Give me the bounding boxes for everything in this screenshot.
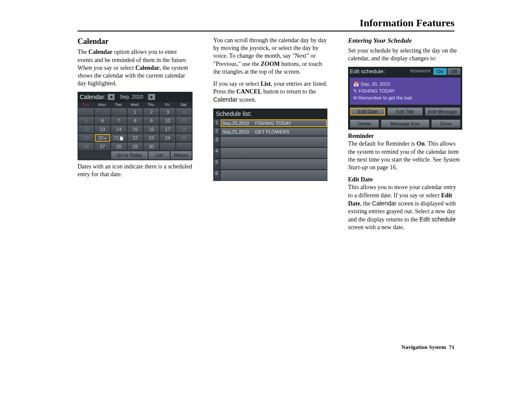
edit-body: 📅 Sep, 20, 2010 ✎ FISHING TODAY ✉ Rememb…	[350, 78, 460, 105]
schedule-list-item	[220, 159, 327, 170]
calendar-day[interactable]: 18	[176, 125, 192, 134]
col3-para1: Set your schedule by selecting the day o…	[348, 47, 462, 62]
reminder-label: REMINDER	[410, 69, 431, 74]
page-title: Information Features	[78, 17, 454, 31]
heading-reminder: Reminder	[348, 132, 462, 140]
calendar-day[interactable]: 22	[127, 134, 143, 142]
calendar-day[interactable]: 17	[159, 125, 176, 134]
list-row-number: 5	[213, 159, 220, 170]
calendar-day[interactable]: 24	[159, 134, 176, 142]
page-footer: Navigation System 71	[401, 344, 454, 351]
schedule-list-item	[220, 170, 327, 181]
next-month-button[interactable]: ►	[148, 94, 155, 100]
calendar-day[interactable]: 27	[94, 142, 111, 151]
calendar-day[interactable]: 11	[176, 116, 192, 125]
list-row-number: 4	[213, 147, 220, 159]
calendar-day[interactable]: 5	[78, 116, 94, 125]
edit-schedule-screenshot: Edit schedule: REMINDER On Off 📅 Sep, 20…	[348, 67, 462, 130]
col1-para2: Dates with an icon indicate there is a s…	[78, 163, 193, 178]
calendar-day[interactable]: 30	[143, 142, 159, 151]
list-row-number: 2	[213, 128, 220, 136]
schedule-icon: 📄	[119, 137, 124, 140]
calendar-day[interactable]: 9	[143, 116, 159, 125]
col1-para1: The Calendar option allows you to enter …	[78, 48, 193, 87]
edit-title-value: ✎ FISHING TODAY	[353, 88, 457, 94]
calendar-label: Calendar:	[80, 93, 106, 101]
calendar-day[interactable]: 8	[127, 116, 143, 125]
list-row-number: 6	[213, 170, 220, 181]
heading-entering-schedule: Entering Your Schedule	[348, 37, 462, 45]
col3-para3: This allows you to move your calendar en…	[348, 184, 462, 231]
reminder-off-button[interactable]: Off	[448, 68, 460, 75]
calendar-day[interactable]: 2	[143, 108, 159, 116]
calendar-day[interactable]: 7	[111, 116, 127, 125]
edit-schedule-title: Edit schedule:	[350, 68, 410, 75]
schedule-icon: ★	[104, 137, 107, 140]
calendar-day[interactable]: 12	[78, 125, 94, 134]
column-3: Entering Your Schedule Set your schedule…	[348, 37, 462, 236]
calendar-day[interactable]: 28	[111, 142, 127, 151]
list-button[interactable]: List	[148, 151, 170, 159]
calendar-screenshot: Calendar: ◄ Sep, 2010 ► Sun. Mon. Tue. W…	[78, 92, 193, 160]
calendar-day[interactable]: 10	[159, 116, 176, 125]
return-button[interactable]: Return	[170, 151, 192, 159]
calendar-day[interactable]: 3	[159, 108, 176, 116]
schedule-list-item	[220, 147, 327, 159]
calendar-day[interactable]: 23	[143, 134, 159, 142]
heading-edit-date: Edit Date	[348, 176, 462, 184]
calendar-day	[78, 108, 94, 116]
done-button[interactable]: Done	[431, 119, 460, 128]
heading-calendar: Calendar	[78, 37, 193, 47]
list-row-number: 3	[213, 136, 220, 147]
edit-date-button[interactable]: Edit Date	[350, 107, 386, 116]
col3-para2: The default for Reminder is On. This all…	[348, 140, 462, 171]
col2-para2: If you say or select List, your entries …	[213, 80, 327, 104]
calendar-day	[176, 142, 192, 151]
calendar-day[interactable]: 20★	[94, 134, 111, 142]
day-headers: Sun. Mon. Tue. Wed. Thu. Fri. Sat.	[78, 102, 192, 108]
edit-title-button[interactable]: Edit Title	[387, 107, 423, 116]
calendar-day	[94, 108, 111, 116]
schedule-list-item[interactable]: Sep,21,2010GET FLOWERS	[220, 128, 327, 136]
calendar-day[interactable]: 25	[176, 134, 192, 142]
calendar-day[interactable]: 26	[78, 142, 94, 151]
edit-date-value: 📅 Sep, 20, 2010	[353, 81, 457, 87]
schedule-list-screenshot: Schedule list: 1Sep,20,2010FISHING TODAY…	[213, 109, 327, 181]
calendar-day[interactable]: 1	[127, 108, 143, 116]
go-to-today-button[interactable]: Go to Today	[111, 151, 149, 159]
calendar-day[interactable]: 29	[127, 142, 143, 151]
calendar-day[interactable]: 14	[111, 125, 127, 134]
calendar-day[interactable]: 6	[94, 116, 111, 125]
reminder-on-button[interactable]: On	[433, 68, 447, 75]
schedule-list-title: Schedule list:	[213, 109, 327, 119]
column-1: Calendar The Calendar option allows you …	[78, 37, 193, 236]
calendar-day[interactable]: 15	[127, 125, 143, 134]
prev-month-button[interactable]: ◄	[108, 94, 115, 100]
calendar-day[interactable]: 4	[176, 108, 192, 116]
month-label: Sep, 2010	[116, 94, 147, 101]
edit-message-button[interactable]: Edit Message	[425, 107, 460, 116]
calendar-day[interactable]: 16	[143, 125, 159, 134]
edit-message-value: ✉ Remember to get the bait	[353, 95, 457, 101]
calendar-day[interactable]: 21📄	[111, 134, 127, 142]
schedule-list-item[interactable]: Sep,20,2010FISHING TODAY	[220, 119, 327, 128]
schedule-list-item	[220, 136, 327, 147]
calendar-day[interactable]: 19	[78, 134, 94, 142]
message-icon-button[interactable]: Message Icon	[381, 119, 430, 128]
delete-button[interactable]: Delete	[350, 119, 379, 128]
list-row-number: 1	[213, 119, 220, 128]
calendar-day[interactable]: 13	[94, 125, 111, 134]
calendar-day	[111, 108, 127, 116]
calendar-day	[159, 142, 176, 151]
column-2: You can scroll through the calendar day …	[213, 37, 327, 236]
col2-para1: You can scroll through the calendar day …	[213, 37, 327, 76]
